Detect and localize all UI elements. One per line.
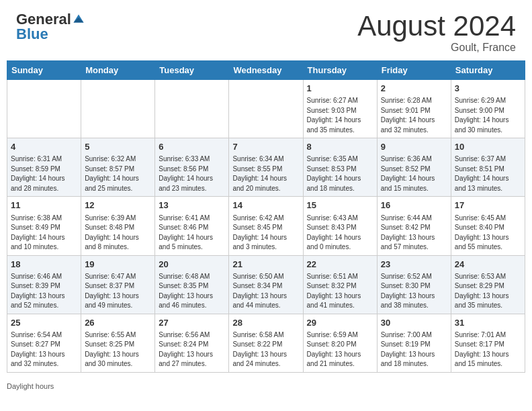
calendar-cell: 27Sunrise: 6:56 AM Sunset: 8:24 PM Dayli… <box>155 314 229 372</box>
day-info: Sunrise: 6:42 AM Sunset: 8:45 PM Dayligh… <box>232 214 299 253</box>
calendar-cell: 28Sunrise: 6:58 AM Sunset: 8:22 PM Dayli… <box>229 314 303 372</box>
day-number: 11 <box>11 199 77 212</box>
day-info: Sunrise: 6:41 AM Sunset: 8:46 PM Dayligh… <box>159 214 225 253</box>
logo-general-text: General <box>16 12 71 27</box>
calendar-cell <box>229 80 303 138</box>
day-info: Sunrise: 6:33 AM Sunset: 8:56 PM Dayligh… <box>159 154 225 193</box>
day-number: 19 <box>85 259 151 271</box>
day-number: 5 <box>85 141 151 153</box>
day-info: Sunrise: 6:51 AM Sunset: 8:32 PM Dayligh… <box>307 272 373 311</box>
day-info: Sunrise: 6:46 AM Sunset: 8:39 PM Dayligh… <box>11 272 77 311</box>
calendar-week-row: 11Sunrise: 6:38 AM Sunset: 8:49 PM Dayli… <box>7 197 525 255</box>
calendar-cell: 22Sunrise: 6:51 AM Sunset: 8:32 PM Dayli… <box>303 255 377 314</box>
day-info: Sunrise: 6:48 AM Sunset: 8:35 PM Dayligh… <box>159 272 225 311</box>
day-info: Sunrise: 6:29 AM Sunset: 9:00 PM Dayligh… <box>455 96 521 135</box>
day-number: 20 <box>159 259 225 271</box>
page-header: General Blue August 2024 Goult, France <box>0 0 532 60</box>
day-number: 15 <box>307 199 373 212</box>
day-info: Sunrise: 7:00 AM Sunset: 8:19 PM Dayligh… <box>381 330 447 369</box>
day-number: 14 <box>232 199 299 212</box>
calendar-cell: 31Sunrise: 7:01 AM Sunset: 8:17 PM Dayli… <box>451 314 525 372</box>
day-number: 29 <box>307 317 373 329</box>
weekday-header: Sunday <box>7 61 81 80</box>
day-number: 8 <box>307 141 373 153</box>
day-number: 22 <box>307 259 373 271</box>
calendar-cell: 19Sunrise: 6:47 AM Sunset: 8:37 PM Dayli… <box>81 255 155 314</box>
calendar-cell: 12Sunrise: 6:39 AM Sunset: 8:48 PM Dayli… <box>81 197 155 255</box>
day-info: Sunrise: 6:54 AM Sunset: 8:27 PM Dayligh… <box>11 330 77 369</box>
day-info: Sunrise: 6:37 AM Sunset: 8:51 PM Dayligh… <box>455 154 521 193</box>
calendar-week-row: 25Sunrise: 6:54 AM Sunset: 8:27 PM Dayli… <box>7 314 525 372</box>
day-number: 2 <box>381 83 447 95</box>
calendar-cell: 8Sunrise: 6:35 AM Sunset: 8:53 PM Daylig… <box>303 138 377 197</box>
footer: Daylight hours <box>0 379 532 396</box>
weekday-header: Wednesday <box>229 61 303 80</box>
calendar-wrapper: SundayMondayTuesdayWednesdayThursdayFrid… <box>0 60 532 379</box>
weekday-header: Monday <box>81 61 155 80</box>
day-info: Sunrise: 6:52 AM Sunset: 8:30 PM Dayligh… <box>381 272 447 311</box>
calendar-week-row: 1Sunrise: 6:27 AM Sunset: 9:03 PM Daylig… <box>7 80 525 138</box>
calendar-cell: 13Sunrise: 6:41 AM Sunset: 8:46 PM Dayli… <box>155 197 229 255</box>
day-info: Sunrise: 6:36 AM Sunset: 8:52 PM Dayligh… <box>381 154 447 193</box>
day-number: 10 <box>455 141 521 153</box>
day-number: 6 <box>159 141 225 153</box>
calendar-cell: 10Sunrise: 6:37 AM Sunset: 8:51 PM Dayli… <box>451 138 525 197</box>
day-info: Sunrise: 7:01 AM Sunset: 8:17 PM Dayligh… <box>455 330 521 369</box>
day-info: Sunrise: 6:38 AM Sunset: 8:49 PM Dayligh… <box>11 214 77 253</box>
day-info: Sunrise: 6:47 AM Sunset: 8:37 PM Dayligh… <box>85 272 151 311</box>
calendar-cell: 18Sunrise: 6:46 AM Sunset: 8:39 PM Dayli… <box>7 255 81 314</box>
day-number: 23 <box>381 259 447 271</box>
calendar-cell: 17Sunrise: 6:45 AM Sunset: 8:40 PM Dayli… <box>451 197 525 255</box>
day-info: Sunrise: 6:56 AM Sunset: 8:24 PM Dayligh… <box>159 330 225 369</box>
day-number: 30 <box>381 317 447 329</box>
day-info: Sunrise: 6:28 AM Sunset: 9:01 PM Dayligh… <box>381 96 447 135</box>
day-number: 12 <box>85 199 151 212</box>
calendar-cell: 11Sunrise: 6:38 AM Sunset: 8:49 PM Dayli… <box>7 197 81 255</box>
day-number: 31 <box>455 317 521 329</box>
calendar-table: SundayMondayTuesdayWednesdayThursdayFrid… <box>7 60 525 373</box>
calendar-cell: 15Sunrise: 6:43 AM Sunset: 8:43 PM Dayli… <box>303 197 377 255</box>
day-info: Sunrise: 6:31 AM Sunset: 8:59 PM Dayligh… <box>11 154 77 193</box>
calendar-cell: 9Sunrise: 6:36 AM Sunset: 8:52 PM Daylig… <box>377 138 451 197</box>
day-number: 17 <box>455 199 521 212</box>
calendar-cell <box>81 80 155 138</box>
calendar-week-row: 4Sunrise: 6:31 AM Sunset: 8:59 PM Daylig… <box>7 138 525 197</box>
month-title: August 2024 <box>357 12 516 40</box>
calendar-cell <box>7 80 81 138</box>
weekday-header: Friday <box>377 61 451 80</box>
day-info: Sunrise: 6:45 AM Sunset: 8:40 PM Dayligh… <box>455 214 521 253</box>
calendar-cell: 2Sunrise: 6:28 AM Sunset: 9:01 PM Daylig… <box>377 80 451 138</box>
day-info: Sunrise: 6:34 AM Sunset: 8:55 PM Dayligh… <box>232 154 299 193</box>
day-number: 4 <box>11 141 77 153</box>
day-number: 26 <box>85 317 151 329</box>
calendar-cell: 29Sunrise: 6:59 AM Sunset: 8:20 PM Dayli… <box>303 314 377 372</box>
calendar-cell: 3Sunrise: 6:29 AM Sunset: 9:00 PM Daylig… <box>451 80 525 138</box>
day-number: 16 <box>381 199 447 212</box>
logo: General Blue <box>16 12 85 42</box>
day-number: 13 <box>159 199 225 212</box>
day-number: 7 <box>232 141 299 153</box>
day-info: Sunrise: 6:43 AM Sunset: 8:43 PM Dayligh… <box>307 214 373 253</box>
calendar-week-row: 18Sunrise: 6:46 AM Sunset: 8:39 PM Dayli… <box>7 255 525 314</box>
logo-blue-text: Blue <box>16 27 48 42</box>
calendar-cell: 6Sunrise: 6:33 AM Sunset: 8:56 PM Daylig… <box>155 138 229 197</box>
weekday-header: Tuesday <box>155 61 229 80</box>
calendar-cell: 26Sunrise: 6:55 AM Sunset: 8:25 PM Dayli… <box>81 314 155 372</box>
day-info: Sunrise: 6:39 AM Sunset: 8:48 PM Dayligh… <box>85 214 151 253</box>
calendar-cell: 30Sunrise: 7:00 AM Sunset: 8:19 PM Dayli… <box>377 314 451 372</box>
calendar-cell: 1Sunrise: 6:27 AM Sunset: 9:03 PM Daylig… <box>303 80 377 138</box>
day-info: Sunrise: 6:58 AM Sunset: 8:22 PM Dayligh… <box>232 330 299 369</box>
day-number: 3 <box>455 83 521 95</box>
calendar-cell <box>155 80 229 138</box>
day-number: 9 <box>381 141 447 153</box>
location: Goult, France <box>357 42 516 54</box>
calendar-cell: 24Sunrise: 6:53 AM Sunset: 8:29 PM Dayli… <box>451 255 525 314</box>
day-number: 1 <box>307 83 373 95</box>
weekday-header-row: SundayMondayTuesdayWednesdayThursdayFrid… <box>7 61 525 80</box>
logo-icon <box>73 13 85 26</box>
day-number: 24 <box>455 259 521 271</box>
calendar-cell: 5Sunrise: 6:32 AM Sunset: 8:57 PM Daylig… <box>81 138 155 197</box>
calendar-cell: 25Sunrise: 6:54 AM Sunset: 8:27 PM Dayli… <box>7 314 81 372</box>
weekday-header: Saturday <box>451 61 525 80</box>
calendar-cell: 20Sunrise: 6:48 AM Sunset: 8:35 PM Dayli… <box>155 255 229 314</box>
